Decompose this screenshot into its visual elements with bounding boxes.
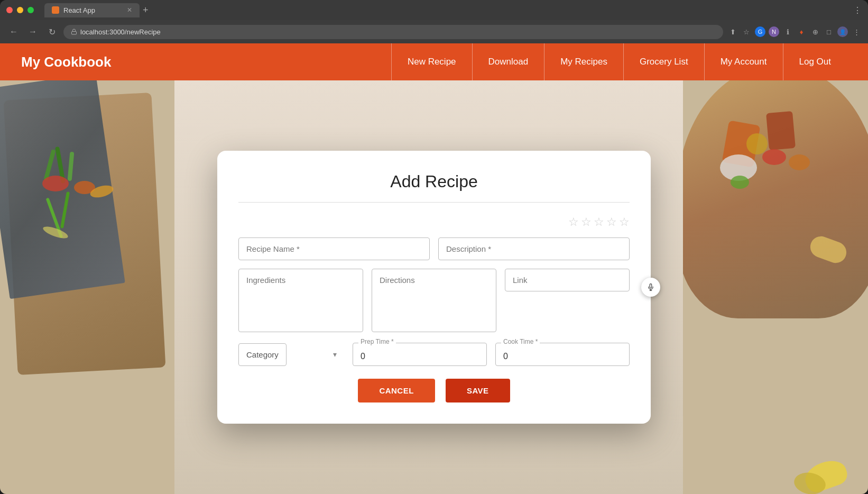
nav-new-recipe[interactable]: New Recipe xyxy=(391,43,472,80)
star-2[interactable]: ☆ xyxy=(581,215,592,229)
navbar-brand[interactable]: My Cookbook xyxy=(21,54,111,70)
category-select[interactable]: Category xyxy=(238,343,287,366)
description-input[interactable] xyxy=(438,237,630,260)
dialog-title: Add Recipe xyxy=(238,172,630,191)
link-input[interactable] xyxy=(505,269,630,291)
lock-icon xyxy=(71,29,77,35)
back-button[interactable]: ← xyxy=(6,24,21,39)
ext4-icon[interactable]: ♦ xyxy=(796,26,807,37)
add-recipe-dialog: Add Recipe ☆ ☆ ☆ ☆ ☆ xyxy=(217,151,651,424)
prep-time-label: Prep Time * xyxy=(358,338,396,345)
ingredients-textarea[interactable] xyxy=(238,269,363,332)
refresh-button[interactable]: ↻ xyxy=(44,24,59,39)
toolbar-icons: ⬆ ☆ G N ℹ ♦ ⊕ □ 👤 ⋮ xyxy=(727,26,862,37)
star-rating[interactable]: ☆ ☆ ☆ ☆ ☆ xyxy=(238,215,630,229)
navbar-nav: New Recipe Download My Recipes Grocery L… xyxy=(391,43,847,80)
ext2-icon[interactable]: N xyxy=(769,26,779,37)
browser-titlebar: React App ✕ + ⋮ xyxy=(0,0,868,20)
ext6-icon[interactable]: □ xyxy=(824,26,834,37)
directions-textarea[interactable] xyxy=(372,269,496,332)
prep-time-input[interactable] xyxy=(361,352,479,361)
ext5-icon[interactable]: ⊕ xyxy=(810,26,820,37)
tab-title: React App xyxy=(63,6,95,14)
cook-time-wrapper: Cook Time * xyxy=(495,343,630,366)
directions-wrapper xyxy=(372,269,496,334)
ext3-icon[interactable]: ℹ xyxy=(782,26,793,37)
cancel-button[interactable]: CANCEL xyxy=(358,379,435,402)
star-5[interactable]: ☆ xyxy=(619,215,630,229)
dialog-divider xyxy=(238,202,630,203)
new-tab-button[interactable]: + xyxy=(143,5,149,16)
nav-my-account[interactable]: My Account xyxy=(704,43,783,80)
button-row: CANCEL SAVE xyxy=(238,379,630,402)
browser-toolbar: ← → ↻ localhost:3000/newRecipe ⬆ ☆ G N ℹ… xyxy=(0,20,868,43)
browser-more-button[interactable]: ⋮ xyxy=(853,5,862,15)
save-button[interactable]: SAVE xyxy=(446,379,510,402)
maximize-button[interactable] xyxy=(27,7,34,13)
tab-bar: React App ✕ + xyxy=(44,3,849,17)
description-wrapper xyxy=(438,237,630,260)
nav-grocery-list[interactable]: Grocery List xyxy=(623,43,704,80)
menu-icon[interactable]: ⋮ xyxy=(851,26,862,37)
tab-favicon xyxy=(52,6,59,14)
cook-time-label: Cook Time * xyxy=(501,338,540,345)
ingredients-wrapper xyxy=(238,269,363,334)
page-content: My Cookbook New Recipe Download My Recip… xyxy=(0,43,868,494)
nav-download[interactable]: Download xyxy=(472,43,544,80)
browser-window: React App ✕ + ⋮ ← → ↻ localhost:3000/new… xyxy=(0,0,868,494)
address-text: localhost:3000/newRecipe xyxy=(80,28,161,36)
svg-rect-0 xyxy=(72,32,77,35)
nav-log-out[interactable]: Log Out xyxy=(783,43,847,80)
background-area: Add Recipe ☆ ☆ ☆ ☆ ☆ xyxy=(0,80,868,494)
profile-icon[interactable]: 👤 xyxy=(837,26,848,37)
nav-my-recipes[interactable]: My Recipes xyxy=(544,43,623,80)
star-4[interactable]: ☆ xyxy=(606,215,617,229)
link-wrapper xyxy=(505,269,630,334)
recipe-name-wrapper xyxy=(238,237,430,260)
microphone-button[interactable] xyxy=(641,278,660,297)
form-row-2 xyxy=(238,269,630,334)
address-bar[interactable]: localhost:3000/newRecipe xyxy=(63,25,723,39)
form-row-3: Category Prep Time * Cook Time * xyxy=(238,343,630,366)
close-button[interactable] xyxy=(6,7,13,13)
ext1-icon[interactable]: G xyxy=(755,26,765,37)
tab-close-icon[interactable]: ✕ xyxy=(127,6,132,14)
cook-time-input[interactable] xyxy=(503,352,622,361)
forward-button[interactable]: → xyxy=(25,24,40,39)
prep-time-wrapper: Prep Time * xyxy=(353,343,487,366)
form-row-1 xyxy=(238,237,630,260)
share-icon[interactable]: ⬆ xyxy=(727,26,738,37)
star-3[interactable]: ☆ xyxy=(594,215,604,229)
category-select-wrapper: Category xyxy=(238,343,344,366)
minimize-button[interactable] xyxy=(17,7,23,13)
active-tab[interactable]: React App ✕ xyxy=(44,3,140,17)
dialog-overlay: Add Recipe ☆ ☆ ☆ ☆ ☆ xyxy=(0,80,868,494)
mic-icon xyxy=(647,283,654,291)
recipe-name-input[interactable] xyxy=(238,237,430,260)
bookmark-icon[interactable]: ☆ xyxy=(741,26,752,37)
navbar: My Cookbook New Recipe Download My Recip… xyxy=(0,43,868,80)
star-1[interactable]: ☆ xyxy=(568,215,579,229)
